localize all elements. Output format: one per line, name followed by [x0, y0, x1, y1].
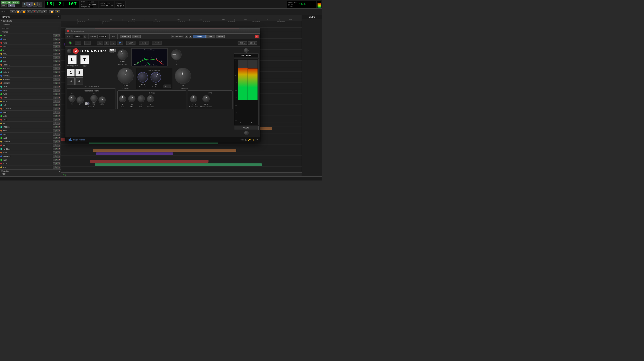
- track-row-26[interactable]: BassISM: [0, 129, 61, 132]
- track-solo-20[interactable]: S: [55, 107, 58, 110]
- limiter-btn[interactable]: T: [80, 55, 89, 64]
- track-solo-28[interactable]: S: [55, 137, 58, 139]
- track-row-3[interactable]: Mst1ISM: [0, 45, 61, 48]
- output-trim-knob[interactable]: [116, 48, 129, 62]
- track-row-8[interactable]: Master 1ISM: [0, 63, 61, 67]
- track-row-barsbeans[interactable]: ▼ Bars|Beats: [0, 19, 61, 23]
- track-row-2[interactable]: Aux1ISM: [0, 41, 61, 45]
- track-solo-30[interactable]: S: [55, 144, 58, 147]
- paste-btn[interactable]: Paste: [139, 41, 148, 45]
- groups-expand[interactable]: ▼: [58, 170, 60, 172]
- ab-btn-b[interactable]: B: [104, 41, 110, 45]
- output-btn[interactable]: Output: [234, 126, 258, 130]
- track-solo-7[interactable]: S: [55, 60, 58, 62]
- rewind-btn[interactable]: ⏮: [10, 10, 15, 13]
- track-solo-15[interactable]: S: [55, 89, 58, 92]
- stereo-enhance-knob[interactable]: [202, 94, 211, 103]
- track-input-28[interactable]: I: [53, 137, 55, 139]
- track-mute-21[interactable]: M: [58, 111, 60, 114]
- track-mute-17[interactable]: M: [58, 96, 60, 99]
- track-row-markers[interactable]: Markers: [0, 26, 61, 30]
- track-mute-4[interactable]: M: [58, 49, 60, 51]
- track-solo-4[interactable]: S: [55, 49, 58, 51]
- track-row-12[interactable]: A038138ISM: [0, 78, 61, 81]
- track-input-23[interactable]: I: [53, 118, 55, 121]
- track-row-36[interactable]: MSLISM: [0, 165, 61, 169]
- track-row-19[interactable]: HgSISM: [0, 103, 61, 107]
- track-mute-5[interactable]: M: [58, 53, 60, 55]
- hand-tool[interactable]: ✋: [32, 2, 37, 6]
- track-solo-27[interactable]: S: [55, 133, 58, 136]
- redo-btn[interactable]: ↪: [84, 41, 90, 45]
- track-mute-9[interactable]: M: [58, 67, 60, 70]
- volume-knob[interactable]: [116, 66, 135, 85]
- track-mute-6[interactable]: M: [58, 56, 60, 59]
- track-mute-11[interactable]: M: [58, 75, 60, 77]
- track-solo-29[interactable]: S: [55, 140, 58, 143]
- track-input-33[interactable]: I: [53, 155, 55, 158]
- bottom-knob[interactable]: [244, 131, 248, 135]
- track-mute-35[interactable]: M: [58, 162, 60, 165]
- stop-btn[interactable]: ⏹: [42, 10, 47, 13]
- grid-btn[interactable]: GRID: [8, 4, 15, 7]
- track-input-5[interactable]: I: [53, 53, 55, 55]
- track-mute-29[interactable]: M: [58, 140, 60, 143]
- track-row-10[interactable]: Audio 1ISM: [0, 70, 61, 74]
- de-esser-knob[interactable]: [148, 70, 163, 84]
- unlock-btn[interactable]: 🔓: [252, 139, 255, 141]
- track-input-1[interactable]: I: [53, 38, 55, 40]
- track-input-2[interactable]: I: [53, 42, 55, 44]
- track-solo-18[interactable]: S: [55, 100, 58, 103]
- track-input-3[interactable]: I: [53, 45, 55, 48]
- ab-btn-c[interactable]: C: [110, 41, 116, 45]
- track-row-33[interactable]: Bass PadISM: [0, 154, 61, 158]
- track-row-21[interactable]: BsPdISM: [0, 111, 61, 114]
- track-input-4[interactable]: I: [53, 49, 55, 51]
- track-mute-13[interactable]: M: [58, 82, 60, 84]
- track-solo-26[interactable]: S: [55, 129, 58, 132]
- track-solo-16[interactable]: S: [55, 93, 58, 95]
- track-row-timecode[interactable]: Timecode: [0, 23, 61, 26]
- track-mute-24[interactable]: M: [58, 122, 60, 125]
- treble-knob[interactable]: [138, 95, 145, 102]
- track-row-22[interactable]: Mid4ISM: [0, 114, 61, 118]
- track-row-6[interactable]: 0401ISM: [0, 56, 61, 59]
- track-solo-8[interactable]: S: [55, 64, 58, 66]
- track-input-0[interactable]: I: [53, 34, 55, 37]
- settings-knob-right[interactable]: [244, 48, 248, 53]
- track-solo-22[interactable]: S: [55, 115, 58, 117]
- track-solo-5[interactable]: S: [55, 53, 58, 55]
- ab-btn-a[interactable]: A: [97, 41, 103, 45]
- track-row-7[interactable]: 0091ISM: [0, 59, 61, 63]
- track-input-30[interactable]: I: [53, 144, 55, 147]
- track-row-31[interactable]: HqhStrngISM: [0, 147, 61, 151]
- track-solo-36[interactable]: S: [55, 166, 58, 168]
- track-input-12[interactable]: I: [53, 78, 55, 81]
- track-arrow[interactable]: d: [84, 35, 86, 38]
- mono-maker-knob[interactable]: [190, 95, 197, 102]
- key-btn[interactable]: 🔑: [248, 139, 250, 141]
- track-input-9[interactable]: I: [53, 67, 55, 70]
- comp-mix-knob[interactable]: [138, 72, 148, 82]
- mid-knob[interactable]: [127, 94, 137, 104]
- track-row-34[interactable]: Inst3ISM: [0, 158, 61, 162]
- slip-btn[interactable]: SLIP: [1, 4, 7, 7]
- track-input-36[interactable]: I: [53, 166, 55, 168]
- track-row-4[interactable]: 0111ISM: [0, 48, 61, 52]
- track-input-24[interactable]: I: [53, 122, 55, 125]
- track-row-30[interactable]: 0371ISM: [0, 143, 61, 147]
- track-mute-7[interactable]: M: [58, 60, 60, 62]
- clip-34[interactable]: [93, 149, 236, 152]
- track-row-5[interactable]: 0381ISM: [0, 52, 61, 56]
- track-mute-3[interactable]: M: [58, 45, 60, 48]
- track-solo-19[interactable]: S: [55, 104, 58, 106]
- record-btn[interactable]: ⏺: [32, 10, 37, 13]
- track-solo-17[interactable]: S: [55, 96, 58, 99]
- track-solo-6[interactable]: S: [55, 56, 58, 59]
- play-btn[interactable]: ▶: [38, 10, 42, 13]
- track-input-35[interactable]: I: [53, 162, 55, 165]
- track-row-14[interactable]: TpBsISM: [0, 85, 61, 89]
- punch-btn[interactable]: ⚡: [55, 10, 60, 13]
- track-input-15[interactable]: I: [53, 89, 55, 92]
- clip-35[interactable]: [96, 152, 173, 155]
